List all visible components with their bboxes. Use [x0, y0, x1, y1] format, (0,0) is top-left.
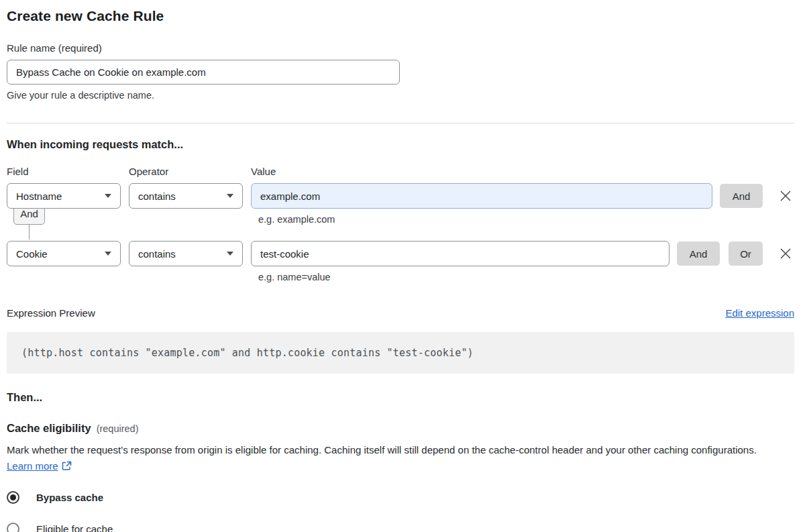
description-text: Mark whether the request’s response from… — [7, 444, 757, 456]
radio-option-bypass-cache[interactable]: Bypass cache — [7, 491, 794, 504]
operator-select-value: contains — [138, 191, 176, 202]
value-input[interactable] — [251, 241, 669, 266]
field-select[interactable]: Hostname — [7, 183, 121, 209]
create-cache-rule-page: Create new Cache Rule Rule name (require… — [0, 0, 805, 532]
radio-option-eligible-for-cache[interactable]: Eligible for cache — [7, 523, 794, 532]
field-select[interactable]: Cookie — [7, 241, 121, 266]
cache-eligibility-title: Cache eligibility — [7, 422, 91, 435]
cache-eligibility-heading: Cache eligibility (required) — [7, 422, 794, 435]
value-hint: e.g. example.com — [258, 214, 794, 225]
remove-condition-button[interactable] — [777, 187, 794, 205]
condition-row: Hostname contains And — [7, 183, 794, 209]
cache-eligibility-description: Mark whether the request’s response from… — [7, 442, 785, 474]
condition-column-labels: Field Operator Value — [7, 166, 794, 177]
expression-preview-label: Expression Preview — [7, 307, 95, 319]
value-column-label: Value — [251, 166, 794, 177]
radio-selected-icon — [7, 491, 19, 504]
chevron-down-icon — [105, 194, 111, 198]
match-heading: When incoming requests match... — [7, 138, 794, 151]
add-and-condition-button[interactable]: And — [720, 184, 763, 208]
radio-label: Eligible for cache — [36, 523, 113, 532]
radio-dot — [10, 494, 16, 500]
value-input[interactable] — [251, 183, 712, 209]
operator-select[interactable]: contains — [129, 183, 243, 209]
radio-unselected-icon — [7, 523, 19, 532]
rule-name-help: Give your rule a descriptive name. — [7, 90, 794, 101]
radio-label: Bypass cache — [36, 492, 103, 503]
edit-expression-link[interactable]: Edit expression — [725, 307, 794, 319]
rule-name-group: Rule name (required) Give your rule a de… — [7, 42, 794, 101]
field-select-value: Hostname — [16, 191, 62, 202]
add-or-condition-button[interactable]: Or — [729, 242, 763, 266]
field-select-value: Cookie — [16, 248, 48, 260]
add-and-condition-button[interactable]: And — [677, 242, 720, 266]
close-icon — [779, 247, 792, 260]
then-heading: Then... — [7, 391, 794, 404]
operator-select[interactable]: contains — [129, 241, 243, 266]
close-icon — [779, 189, 792, 203]
page-title: Create new Cache Rule — [7, 8, 794, 24]
remove-condition-button[interactable] — [777, 245, 794, 262]
value-hint: e.g. name=value — [258, 272, 794, 282]
learn-more-link[interactable]: Learn more — [7, 460, 58, 472]
expression-header: Expression Preview Edit expression — [7, 307, 794, 319]
chevron-down-icon — [105, 252, 111, 256]
operator-select-value: contains — [138, 248, 176, 260]
required-tag: (required) — [97, 423, 139, 434]
section-divider — [7, 123, 794, 123]
external-link-icon — [62, 461, 72, 471]
expression-code-block: (http.host contains "example.com" and ht… — [7, 332, 794, 374]
chevron-down-icon — [227, 194, 233, 198]
chevron-down-icon — [227, 252, 233, 256]
operator-column-label: Operator — [129, 166, 251, 177]
field-column-label: Field — [7, 166, 129, 177]
rule-name-label: Rule name (required) — [7, 42, 794, 54]
rule-name-input[interactable] — [7, 60, 400, 85]
condition-row: Cookie contains And Or — [7, 241, 794, 266]
